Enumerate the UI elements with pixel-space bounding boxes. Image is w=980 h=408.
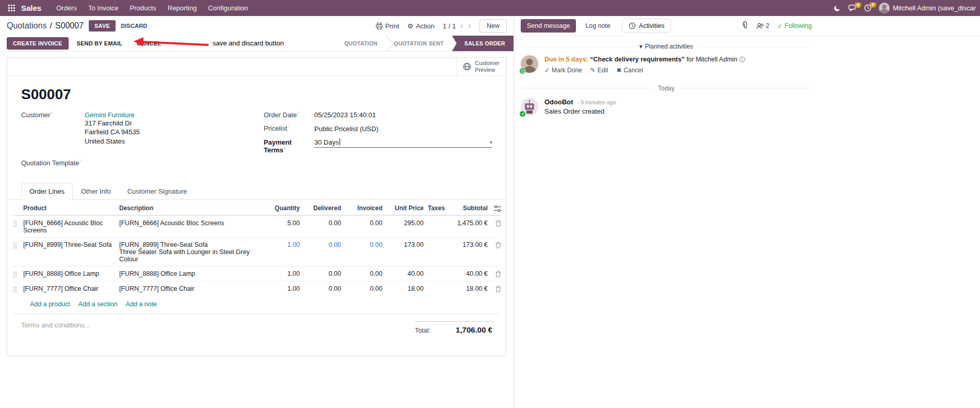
cell-delivered[interactable]: 0.00: [300, 285, 341, 292]
user-menu[interactable]: Mitchell Admin (save_discar: [879, 3, 976, 13]
message-author[interactable]: OdooBot: [544, 98, 573, 106]
cell-unit-price[interactable]: 173.00: [382, 241, 424, 248]
new-button[interactable]: New: [479, 19, 507, 33]
action-button[interactable]: ⚙ Action: [407, 22, 435, 30]
payment-terms-input[interactable]: 30 Days ▾: [314, 138, 492, 148]
attachments-icon[interactable]: [742, 21, 748, 31]
stage-sales-order[interactable]: SALES ORDER: [452, 36, 513, 51]
menu-products[interactable]: Products: [124, 1, 162, 15]
send-message-button[interactable]: Send message: [521, 19, 576, 33]
cell-product[interactable]: [FURN_6666] Acoustic Bloc Screens: [23, 219, 119, 234]
drag-handle-icon[interactable]: [13, 219, 23, 227]
messages-badge: 4: [855, 3, 861, 8]
cancel-order-button[interactable]: CANCEL: [131, 37, 167, 50]
cell-product[interactable]: [FURN_8888] Office Lamp: [23, 270, 119, 277]
activity-due: Due in 5 days:: [544, 56, 588, 63]
cell-description[interactable]: [FURN_8999] Three-Seat SofaThree Seater …: [119, 241, 265, 263]
cell-unit-price[interactable]: 295.00: [382, 219, 424, 227]
delete-row-icon[interactable]: [488, 285, 501, 292]
header-quantity[interactable]: Quantity: [265, 205, 300, 212]
cell-delivered[interactable]: 0.00: [300, 270, 341, 277]
header-taxes[interactable]: Taxes: [424, 205, 452, 212]
customer-preview-button[interactable]: Customer Preview: [456, 58, 506, 75]
mark-done-button[interactable]: ✓Mark Done: [544, 67, 582, 74]
quotation-template-field[interactable]: Quotation Template?: [21, 159, 264, 167]
discard-button[interactable]: DISCARD: [116, 20, 153, 32]
add-section-link[interactable]: Add a section: [78, 301, 118, 308]
log-note-button[interactable]: Log note: [580, 19, 616, 33]
menu-reporting[interactable]: Reporting: [162, 1, 202, 15]
delete-row-icon[interactable]: [488, 219, 501, 227]
menu-orders[interactable]: Orders: [51, 1, 83, 15]
drag-handle-icon[interactable]: [13, 270, 23, 278]
customer-link[interactable]: Gemini Furniture: [85, 111, 135, 119]
cell-quantity[interactable]: 1.00: [265, 241, 300, 248]
cell-description[interactable]: [FURN_6666] Acoustic Bloc Screens: [119, 219, 265, 227]
cell-delivered[interactable]: 0.00: [300, 241, 341, 248]
cell-unit-price[interactable]: 40.00: [382, 270, 424, 277]
control-panel: Quotations / S00007 SAVE DISCARD Print ⚙…: [0, 16, 513, 36]
cell-invoiced[interactable]: 0.00: [341, 270, 382, 277]
delete-row-icon[interactable]: [488, 241, 501, 248]
menu-to-invoice[interactable]: To Invoice: [83, 1, 124, 15]
drag-handle-icon[interactable]: [13, 285, 23, 293]
cell-quantity[interactable]: 5.00: [265, 219, 300, 227]
followers-button[interactable]: 2: [756, 22, 769, 29]
cell-product[interactable]: [FURN_7777] Office Chair: [23, 285, 119, 292]
add-note-link[interactable]: Add a note: [126, 301, 157, 308]
tab-order-lines[interactable]: Order Lines: [21, 183, 73, 200]
header-subtotal[interactable]: Subtotal: [452, 205, 488, 212]
drag-handle-icon[interactable]: [13, 241, 23, 249]
create-invoice-button[interactable]: CREATE INVOICE: [7, 37, 69, 50]
today-label: Today: [658, 85, 674, 92]
cell-invoiced[interactable]: 0.00: [341, 219, 382, 227]
cancel-activity-button[interactable]: ✖Cancel: [617, 67, 643, 74]
cell-delivered[interactable]: 0.00: [300, 219, 341, 227]
info-icon[interactable]: [739, 56, 745, 62]
menu-configuration[interactable]: Configuration: [202, 1, 253, 15]
messages-icon[interactable]: 4: [848, 5, 857, 12]
cell-subtotal: 1,475.00 €: [452, 219, 488, 227]
add-product-link[interactable]: Add a product: [30, 301, 70, 308]
header-description[interactable]: Description: [119, 205, 265, 212]
print-button[interactable]: Print: [376, 22, 399, 30]
planned-activities-toggle[interactable]: ▾ Planned activities: [639, 43, 693, 50]
edit-activity-button[interactable]: ✎Edit: [590, 67, 608, 74]
order-date-value[interactable]: 05/25/2023 15:40:01: [314, 111, 376, 119]
header-invoiced[interactable]: Invoiced: [341, 205, 382, 212]
breadcrumb-quotations-link[interactable]: Quotations: [7, 21, 46, 30]
pager-next-icon[interactable]: ›: [468, 22, 471, 30]
cell-quantity[interactable]: 1.00: [265, 285, 300, 292]
activities-clock-icon[interactable]: 2: [864, 4, 872, 12]
terms-placeholder[interactable]: Terms and conditions...: [21, 321, 90, 329]
pricelist-value[interactable]: Public Pricelist (USD): [314, 125, 378, 133]
activities-button[interactable]: Activities: [622, 19, 671, 33]
header-delivered[interactable]: Delivered: [300, 205, 341, 212]
stage-quotation-sent[interactable]: QUOTATION SENT: [385, 36, 452, 51]
cell-description[interactable]: [FURN_7777] Office Chair: [119, 285, 265, 292]
delete-row-icon[interactable]: [488, 270, 501, 277]
cell-invoiced[interactable]: 0.00: [341, 285, 382, 292]
tab-customer-signature[interactable]: Customer Signature: [119, 183, 196, 200]
following-button[interactable]: ✓ Following: [777, 22, 812, 30]
check-icon: ✓: [544, 67, 550, 74]
dropdown-caret-icon[interactable]: ▾: [490, 139, 492, 145]
optional-columns-icon[interactable]: [488, 205, 501, 212]
pager-prev-icon[interactable]: ‹: [460, 22, 463, 30]
apps-grid-icon[interactable]: [4, 5, 19, 11]
cell-product[interactable]: [FURN_8999] Three-Seat Sofa: [23, 241, 119, 248]
cell-invoiced[interactable]: 0.00: [341, 241, 382, 248]
cell-unit-price[interactable]: 18.00: [382, 285, 424, 292]
app-name[interactable]: Sales: [21, 4, 41, 12]
dark-mode-moon-icon[interactable]: [833, 4, 841, 12]
table-row: [FURN_8888] Office Lamp [FURN_8888] Offi…: [13, 266, 500, 281]
tab-other-info[interactable]: Other Info: [73, 183, 119, 200]
save-button[interactable]: SAVE: [89, 20, 116, 32]
header-product[interactable]: Product: [23, 205, 119, 212]
main-panel: Quotations / S00007 SAVE DISCARD Print ⚙…: [0, 16, 513, 408]
send-by-email-button[interactable]: SEND BY EMAIL: [71, 37, 129, 50]
cell-quantity[interactable]: 1.00: [265, 270, 300, 277]
pricelist-field: Pricelist? Public Pricelist (USD): [264, 124, 492, 132]
cell-description[interactable]: [FURN_8888] Office Lamp: [119, 270, 265, 277]
header-unit-price[interactable]: Unit Price: [382, 205, 424, 212]
